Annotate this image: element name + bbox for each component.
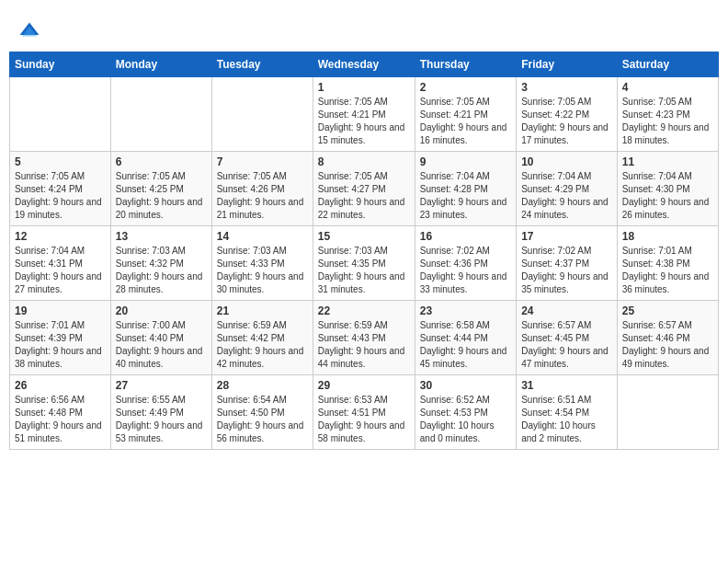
day-detail: Sunrise: 7:05 AM Sunset: 4:24 PM Dayligh… xyxy=(15,170,106,222)
day-detail: Sunrise: 6:57 AM Sunset: 4:46 PM Dayligh… xyxy=(622,319,713,371)
day-number: 27 xyxy=(116,379,207,392)
day-number: 7 xyxy=(217,155,308,168)
calendar-cell: 6Sunrise: 7:05 AM Sunset: 4:25 PM Daylig… xyxy=(110,152,211,226)
day-detail: Sunrise: 7:05 AM Sunset: 4:21 PM Dayligh… xyxy=(318,96,410,147)
day-number: 26 xyxy=(15,379,106,392)
day-number: 24 xyxy=(521,304,612,317)
calendar-header-tuesday: Tuesday xyxy=(211,52,313,77)
calendar-cell: 8Sunrise: 7:05 AM Sunset: 4:27 PM Daylig… xyxy=(313,152,415,226)
calendar-cell: 14Sunrise: 7:03 AM Sunset: 4:33 PM Dayli… xyxy=(211,226,313,301)
day-number: 15 xyxy=(318,230,410,243)
day-detail: Sunrise: 7:02 AM Sunset: 4:37 PM Dayligh… xyxy=(521,245,612,296)
day-detail: Sunrise: 6:57 AM Sunset: 4:45 PM Dayligh… xyxy=(521,319,612,371)
day-detail: Sunrise: 7:05 AM Sunset: 4:21 PM Dayligh… xyxy=(420,96,511,147)
calendar-header-friday: Friday xyxy=(517,52,618,77)
calendar-cell: 28Sunrise: 6:54 AM Sunset: 4:50 PM Dayli… xyxy=(211,375,313,450)
calendar-cell: 26Sunrise: 6:56 AM Sunset: 4:48 PM Dayli… xyxy=(10,375,111,450)
day-detail: Sunrise: 7:03 AM Sunset: 4:33 PM Dayligh… xyxy=(217,245,308,296)
calendar-body: 1Sunrise: 7:05 AM Sunset: 4:21 PM Daylig… xyxy=(10,77,719,450)
calendar-header-wednesday: Wednesday xyxy=(313,52,415,77)
day-detail: Sunrise: 7:04 AM Sunset: 4:30 PM Dayligh… xyxy=(622,170,713,222)
calendar-cell: 23Sunrise: 6:58 AM Sunset: 4:44 PM Dayli… xyxy=(415,301,516,375)
calendar-cell: 20Sunrise: 7:00 AM Sunset: 4:40 PM Dayli… xyxy=(110,301,211,375)
day-detail: Sunrise: 7:05 AM Sunset: 4:23 PM Dayligh… xyxy=(622,96,713,147)
calendar-cell xyxy=(617,375,718,450)
calendar-cell: 24Sunrise: 6:57 AM Sunset: 4:45 PM Dayli… xyxy=(517,301,618,375)
calendar-cell: 9Sunrise: 7:04 AM Sunset: 4:28 PM Daylig… xyxy=(415,152,516,226)
day-detail: Sunrise: 7:04 AM Sunset: 4:31 PM Dayligh… xyxy=(15,245,106,296)
day-number: 19 xyxy=(15,304,106,317)
day-detail: Sunrise: 7:05 AM Sunset: 4:22 PM Dayligh… xyxy=(521,96,612,147)
day-detail: Sunrise: 6:55 AM Sunset: 4:49 PM Dayligh… xyxy=(116,394,207,445)
calendar-week-5: 26Sunrise: 6:56 AM Sunset: 4:48 PM Dayli… xyxy=(10,375,719,450)
calendar-week-4: 19Sunrise: 7:01 AM Sunset: 4:39 PM Dayli… xyxy=(10,301,719,375)
day-detail: Sunrise: 7:05 AM Sunset: 4:25 PM Dayligh… xyxy=(116,170,207,222)
calendar-cell: 1Sunrise: 7:05 AM Sunset: 4:21 PM Daylig… xyxy=(313,77,415,152)
calendar-cell: 31Sunrise: 6:51 AM Sunset: 4:54 PM Dayli… xyxy=(517,375,618,450)
calendar-cell: 21Sunrise: 6:59 AM Sunset: 4:42 PM Dayli… xyxy=(211,301,313,375)
calendar-cell: 12Sunrise: 7:04 AM Sunset: 4:31 PM Dayli… xyxy=(10,226,111,301)
day-detail: Sunrise: 6:59 AM Sunset: 4:42 PM Dayligh… xyxy=(217,319,308,371)
day-detail: Sunrise: 7:05 AM Sunset: 4:27 PM Dayligh… xyxy=(318,170,410,222)
day-number: 12 xyxy=(15,230,106,243)
day-number: 21 xyxy=(217,304,308,317)
day-number: 1 xyxy=(318,81,410,94)
calendar-cell: 17Sunrise: 7:02 AM Sunset: 4:37 PM Dayli… xyxy=(517,226,618,301)
calendar-cell: 16Sunrise: 7:02 AM Sunset: 4:36 PM Dayli… xyxy=(415,226,516,301)
calendar-cell: 4Sunrise: 7:05 AM Sunset: 4:23 PM Daylig… xyxy=(617,77,718,152)
calendar-cell: 19Sunrise: 7:01 AM Sunset: 4:39 PM Dayli… xyxy=(10,301,111,375)
day-number: 23 xyxy=(420,304,511,317)
calendar-cell xyxy=(211,77,313,152)
calendar-header-row: SundayMondayTuesdayWednesdayThursdayFrid… xyxy=(10,52,719,77)
page-header xyxy=(9,9,719,47)
day-detail: Sunrise: 7:03 AM Sunset: 4:32 PM Dayligh… xyxy=(116,245,207,296)
calendar-cell: 30Sunrise: 6:52 AM Sunset: 4:53 PM Dayli… xyxy=(415,375,516,450)
day-detail: Sunrise: 7:01 AM Sunset: 4:38 PM Dayligh… xyxy=(622,245,713,296)
calendar-table: SundayMondayTuesdayWednesdayThursdayFrid… xyxy=(9,52,719,450)
day-detail: Sunrise: 7:04 AM Sunset: 4:28 PM Dayligh… xyxy=(420,170,511,222)
calendar-cell: 5Sunrise: 7:05 AM Sunset: 4:24 PM Daylig… xyxy=(10,152,111,226)
day-detail: Sunrise: 6:56 AM Sunset: 4:48 PM Dayligh… xyxy=(15,394,106,445)
calendar-cell: 18Sunrise: 7:01 AM Sunset: 4:38 PM Dayli… xyxy=(617,226,718,301)
calendar-week-2: 5Sunrise: 7:05 AM Sunset: 4:24 PM Daylig… xyxy=(10,152,719,226)
calendar-cell: 25Sunrise: 6:57 AM Sunset: 4:46 PM Dayli… xyxy=(617,301,718,375)
day-detail: Sunrise: 6:58 AM Sunset: 4:44 PM Dayligh… xyxy=(420,319,511,371)
day-detail: Sunrise: 7:05 AM Sunset: 4:26 PM Dayligh… xyxy=(217,170,308,222)
day-number: 13 xyxy=(116,230,207,243)
calendar-cell: 11Sunrise: 7:04 AM Sunset: 4:30 PM Dayli… xyxy=(617,152,718,226)
day-detail: Sunrise: 7:04 AM Sunset: 4:29 PM Dayligh… xyxy=(521,170,612,222)
calendar-week-3: 12Sunrise: 7:04 AM Sunset: 4:31 PM Dayli… xyxy=(10,226,719,301)
day-number: 14 xyxy=(217,230,308,243)
calendar-cell xyxy=(110,77,211,152)
calendar-header-saturday: Saturday xyxy=(617,52,718,77)
day-detail: Sunrise: 7:03 AM Sunset: 4:35 PM Dayligh… xyxy=(318,245,410,296)
calendar-header-thursday: Thursday xyxy=(415,52,516,77)
day-number: 20 xyxy=(116,304,207,317)
calendar-cell: 10Sunrise: 7:04 AM Sunset: 4:29 PM Dayli… xyxy=(517,152,618,226)
calendar-cell: 7Sunrise: 7:05 AM Sunset: 4:26 PM Daylig… xyxy=(211,152,313,226)
calendar-cell: 3Sunrise: 7:05 AM Sunset: 4:22 PM Daylig… xyxy=(517,77,618,152)
day-number: 10 xyxy=(521,155,612,168)
day-detail: Sunrise: 7:02 AM Sunset: 4:36 PM Dayligh… xyxy=(420,245,511,296)
day-detail: Sunrise: 7:00 AM Sunset: 4:40 PM Dayligh… xyxy=(116,319,207,371)
logo-icon xyxy=(18,20,40,42)
day-number: 8 xyxy=(318,155,410,168)
day-number: 31 xyxy=(521,379,612,392)
day-detail: Sunrise: 6:54 AM Sunset: 4:50 PM Dayligh… xyxy=(217,394,308,445)
calendar-cell: 29Sunrise: 6:53 AM Sunset: 4:51 PM Dayli… xyxy=(313,375,415,450)
day-detail: Sunrise: 6:53 AM Sunset: 4:51 PM Dayligh… xyxy=(318,394,410,445)
calendar-cell: 27Sunrise: 6:55 AM Sunset: 4:49 PM Dayli… xyxy=(110,375,211,450)
day-number: 16 xyxy=(420,230,511,243)
day-number: 6 xyxy=(116,155,207,168)
calendar-cell xyxy=(10,77,111,152)
day-number: 5 xyxy=(15,155,106,168)
calendar-week-1: 1Sunrise: 7:05 AM Sunset: 4:21 PM Daylig… xyxy=(10,77,719,152)
calendar-cell: 22Sunrise: 6:59 AM Sunset: 4:43 PM Dayli… xyxy=(313,301,415,375)
day-number: 9 xyxy=(420,155,511,168)
calendar-header-monday: Monday xyxy=(110,52,211,77)
day-detail: Sunrise: 7:01 AM Sunset: 4:39 PM Dayligh… xyxy=(15,319,106,371)
day-number: 30 xyxy=(420,379,511,392)
day-number: 29 xyxy=(318,379,410,392)
day-detail: Sunrise: 6:59 AM Sunset: 4:43 PM Dayligh… xyxy=(318,319,410,371)
day-number: 2 xyxy=(420,81,511,94)
